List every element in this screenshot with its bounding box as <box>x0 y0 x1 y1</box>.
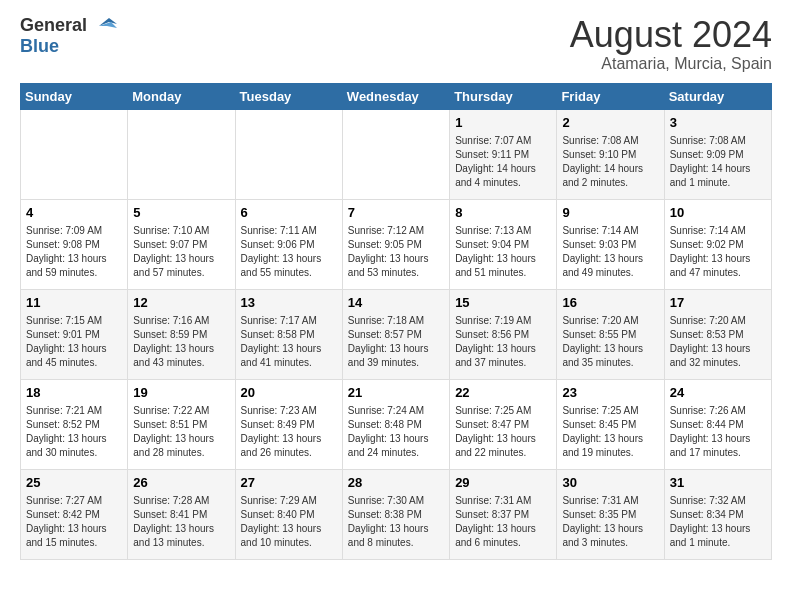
calendar-cell: 15Sunrise: 7:19 AM Sunset: 8:56 PM Dayli… <box>450 289 557 379</box>
calendar-cell: 21Sunrise: 7:24 AM Sunset: 8:48 PM Dayli… <box>342 379 449 469</box>
calendar-cell: 31Sunrise: 7:32 AM Sunset: 8:34 PM Dayli… <box>664 469 771 559</box>
calendar-cell: 12Sunrise: 7:16 AM Sunset: 8:59 PM Dayli… <box>128 289 235 379</box>
day-number: 22 <box>455 384 551 402</box>
day-number: 30 <box>562 474 658 492</box>
title-block: August 2024 Atamaria, Murcia, Spain <box>570 15 772 73</box>
day-detail: Sunrise: 7:11 AM Sunset: 9:06 PM Dayligh… <box>241 224 337 280</box>
calendar-cell: 26Sunrise: 7:28 AM Sunset: 8:41 PM Dayli… <box>128 469 235 559</box>
calendar-cell: 6Sunrise: 7:11 AM Sunset: 9:06 PM Daylig… <box>235 199 342 289</box>
calendar-cell <box>21 109 128 199</box>
day-number: 21 <box>348 384 444 402</box>
day-detail: Sunrise: 7:25 AM Sunset: 8:45 PM Dayligh… <box>562 404 658 460</box>
day-number: 4 <box>26 204 122 222</box>
col-header-thursday: Thursday <box>450 83 557 109</box>
day-number: 2 <box>562 114 658 132</box>
logo: General Blue <box>20 15 119 57</box>
day-number: 17 <box>670 294 766 312</box>
day-detail: Sunrise: 7:31 AM Sunset: 8:35 PM Dayligh… <box>562 494 658 550</box>
day-number: 15 <box>455 294 551 312</box>
calendar-cell: 20Sunrise: 7:23 AM Sunset: 8:49 PM Dayli… <box>235 379 342 469</box>
col-header-tuesday: Tuesday <box>235 83 342 109</box>
calendar-cell <box>235 109 342 199</box>
day-number: 27 <box>241 474 337 492</box>
day-detail: Sunrise: 7:27 AM Sunset: 8:42 PM Dayligh… <box>26 494 122 550</box>
calendar-cell: 25Sunrise: 7:27 AM Sunset: 8:42 PM Dayli… <box>21 469 128 559</box>
day-number: 9 <box>562 204 658 222</box>
day-detail: Sunrise: 7:17 AM Sunset: 8:58 PM Dayligh… <box>241 314 337 370</box>
calendar-cell: 24Sunrise: 7:26 AM Sunset: 8:44 PM Dayli… <box>664 379 771 469</box>
day-number: 26 <box>133 474 229 492</box>
day-number: 29 <box>455 474 551 492</box>
day-detail: Sunrise: 7:12 AM Sunset: 9:05 PM Dayligh… <box>348 224 444 280</box>
calendar-cell: 14Sunrise: 7:18 AM Sunset: 8:57 PM Dayli… <box>342 289 449 379</box>
calendar-cell <box>342 109 449 199</box>
day-detail: Sunrise: 7:20 AM Sunset: 8:53 PM Dayligh… <box>670 314 766 370</box>
week-row-2: 11Sunrise: 7:15 AM Sunset: 9:01 PM Dayli… <box>21 289 772 379</box>
calendar-cell: 10Sunrise: 7:14 AM Sunset: 9:02 PM Dayli… <box>664 199 771 289</box>
day-number: 25 <box>26 474 122 492</box>
day-number: 3 <box>670 114 766 132</box>
week-row-0: 1Sunrise: 7:07 AM Sunset: 9:11 PM Daylig… <box>21 109 772 199</box>
calendar-cell: 18Sunrise: 7:21 AM Sunset: 8:52 PM Dayli… <box>21 379 128 469</box>
calendar-cell: 8Sunrise: 7:13 AM Sunset: 9:04 PM Daylig… <box>450 199 557 289</box>
calendar-cell: 29Sunrise: 7:31 AM Sunset: 8:37 PM Dayli… <box>450 469 557 559</box>
calendar-cell: 7Sunrise: 7:12 AM Sunset: 9:05 PM Daylig… <box>342 199 449 289</box>
calendar-table: SundayMondayTuesdayWednesdayThursdayFrid… <box>20 83 772 560</box>
calendar-cell <box>128 109 235 199</box>
logo-blue-text: Blue <box>20 36 59 56</box>
day-detail: Sunrise: 7:16 AM Sunset: 8:59 PM Dayligh… <box>133 314 229 370</box>
day-number: 20 <box>241 384 337 402</box>
calendar-cell: 5Sunrise: 7:10 AM Sunset: 9:07 PM Daylig… <box>128 199 235 289</box>
day-number: 14 <box>348 294 444 312</box>
day-number: 31 <box>670 474 766 492</box>
day-detail: Sunrise: 7:07 AM Sunset: 9:11 PM Dayligh… <box>455 134 551 190</box>
day-number: 10 <box>670 204 766 222</box>
header: General Blue August 2024 Atamaria, Murci… <box>20 15 772 73</box>
day-number: 24 <box>670 384 766 402</box>
page: General Blue August 2024 Atamaria, Murci… <box>0 0 792 575</box>
calendar-cell: 11Sunrise: 7:15 AM Sunset: 9:01 PM Dayli… <box>21 289 128 379</box>
day-detail: Sunrise: 7:24 AM Sunset: 8:48 PM Dayligh… <box>348 404 444 460</box>
day-detail: Sunrise: 7:09 AM Sunset: 9:08 PM Dayligh… <box>26 224 122 280</box>
day-number: 23 <box>562 384 658 402</box>
day-detail: Sunrise: 7:10 AM Sunset: 9:07 PM Dayligh… <box>133 224 229 280</box>
header-row: SundayMondayTuesdayWednesdayThursdayFrid… <box>21 83 772 109</box>
day-detail: Sunrise: 7:20 AM Sunset: 8:55 PM Dayligh… <box>562 314 658 370</box>
col-header-friday: Friday <box>557 83 664 109</box>
day-number: 11 <box>26 294 122 312</box>
day-number: 12 <box>133 294 229 312</box>
calendar-cell: 17Sunrise: 7:20 AM Sunset: 8:53 PM Dayli… <box>664 289 771 379</box>
col-header-saturday: Saturday <box>664 83 771 109</box>
day-number: 5 <box>133 204 229 222</box>
col-header-sunday: Sunday <box>21 83 128 109</box>
calendar-cell: 19Sunrise: 7:22 AM Sunset: 8:51 PM Dayli… <box>128 379 235 469</box>
day-detail: Sunrise: 7:19 AM Sunset: 8:56 PM Dayligh… <box>455 314 551 370</box>
day-detail: Sunrise: 7:08 AM Sunset: 9:09 PM Dayligh… <box>670 134 766 190</box>
day-detail: Sunrise: 7:18 AM Sunset: 8:57 PM Dayligh… <box>348 314 444 370</box>
calendar-cell: 27Sunrise: 7:29 AM Sunset: 8:40 PM Dayli… <box>235 469 342 559</box>
day-number: 8 <box>455 204 551 222</box>
logo-general-text: General <box>20 15 87 36</box>
day-number: 13 <box>241 294 337 312</box>
calendar-cell: 4Sunrise: 7:09 AM Sunset: 9:08 PM Daylig… <box>21 199 128 289</box>
day-detail: Sunrise: 7:21 AM Sunset: 8:52 PM Dayligh… <box>26 404 122 460</box>
day-detail: Sunrise: 7:26 AM Sunset: 8:44 PM Dayligh… <box>670 404 766 460</box>
col-header-monday: Monday <box>128 83 235 109</box>
day-number: 28 <box>348 474 444 492</box>
day-detail: Sunrise: 7:31 AM Sunset: 8:37 PM Dayligh… <box>455 494 551 550</box>
calendar-cell: 9Sunrise: 7:14 AM Sunset: 9:03 PM Daylig… <box>557 199 664 289</box>
day-number: 19 <box>133 384 229 402</box>
calendar-cell: 13Sunrise: 7:17 AM Sunset: 8:58 PM Dayli… <box>235 289 342 379</box>
day-detail: Sunrise: 7:29 AM Sunset: 8:40 PM Dayligh… <box>241 494 337 550</box>
calendar-cell: 1Sunrise: 7:07 AM Sunset: 9:11 PM Daylig… <box>450 109 557 199</box>
day-detail: Sunrise: 7:32 AM Sunset: 8:34 PM Dayligh… <box>670 494 766 550</box>
calendar-cell: 3Sunrise: 7:08 AM Sunset: 9:09 PM Daylig… <box>664 109 771 199</box>
day-detail: Sunrise: 7:13 AM Sunset: 9:04 PM Dayligh… <box>455 224 551 280</box>
day-detail: Sunrise: 7:08 AM Sunset: 9:10 PM Dayligh… <box>562 134 658 190</box>
day-number: 1 <box>455 114 551 132</box>
day-detail: Sunrise: 7:28 AM Sunset: 8:41 PM Dayligh… <box>133 494 229 550</box>
week-row-4: 25Sunrise: 7:27 AM Sunset: 8:42 PM Dayli… <box>21 469 772 559</box>
day-number: 7 <box>348 204 444 222</box>
day-detail: Sunrise: 7:15 AM Sunset: 9:01 PM Dayligh… <box>26 314 122 370</box>
day-number: 6 <box>241 204 337 222</box>
